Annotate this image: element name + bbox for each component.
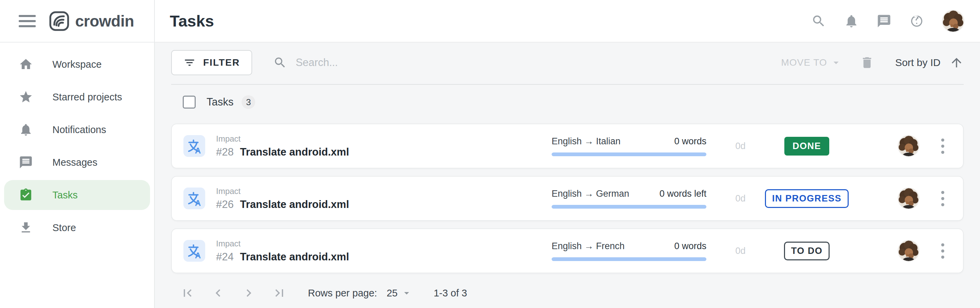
rows-per-page-value: 25 <box>387 287 398 299</box>
status-badge: IN PROGRESS <box>765 189 849 208</box>
sidebar-item-label: Workspace <box>52 59 102 70</box>
task-title-row: #24 Translate android.xml <box>216 251 552 263</box>
main-area: Tasks FILTER <box>155 0 980 308</box>
user-avatar[interactable] <box>942 10 964 32</box>
page-title: Tasks <box>170 11 214 30</box>
sidebar-item-label: Messages <box>52 157 97 168</box>
row-menu-kebab-icon[interactable] <box>936 189 950 208</box>
home-icon <box>19 57 33 72</box>
task-list: Impact #28 Translate android.xml English… <box>171 123 964 273</box>
rows-per-page-select[interactable]: 25 <box>387 287 412 299</box>
app-window: crowdin Workspace Starred projects Notif… <box>0 0 980 308</box>
progress-bar-fill <box>552 152 706 156</box>
assignee-avatar[interactable] <box>898 135 920 157</box>
filter-button[interactable]: FILTER <box>171 50 252 75</box>
row-menu-kebab-icon[interactable] <box>936 136 950 156</box>
sidebar-item-notifications[interactable]: Notifications <box>4 115 150 145</box>
progress-bar <box>552 257 706 261</box>
language-pair: English → French <box>552 241 625 252</box>
search-icon[interactable] <box>811 14 826 29</box>
status-badge: TO DO <box>784 242 830 260</box>
task-title[interactable]: Translate android.xml <box>240 198 349 210</box>
toolbar-right: MOVE TO Sort by ID <box>781 56 964 70</box>
crowdin-logo-icon <box>49 11 70 32</box>
assignee-avatar[interactable] <box>898 188 920 209</box>
status-badge: DONE <box>784 137 829 156</box>
status-column: IN PROGRESS <box>775 189 839 208</box>
move-to-dropdown[interactable]: MOVE TO <box>781 56 842 69</box>
task-progress-column: English → Italian 0 words <box>552 136 706 156</box>
first-page-icon <box>180 286 195 300</box>
task-count-badge: 3 <box>242 95 255 109</box>
arrow-up-icon <box>950 56 964 70</box>
sidebar-item-label: Notifications <box>52 124 106 136</box>
days-left: 0d <box>706 193 775 204</box>
progress-bar <box>552 205 706 209</box>
sidebar-item-workspace[interactable]: Workspace <box>4 49 150 79</box>
task-title-row: #28 Translate android.xml <box>216 146 552 158</box>
progress-bar-fill <box>552 257 706 261</box>
sort-by-id-button[interactable]: Sort by ID <box>895 56 964 70</box>
sidebar-item-label: Starred projects <box>52 91 122 103</box>
pagination: Rows per page: 25 1-3 of 3 <box>171 281 964 305</box>
sidebar-item-starred-projects[interactable]: Starred projects <box>4 82 150 112</box>
first-page-button[interactable] <box>180 286 195 300</box>
previous-page-button[interactable] <box>211 286 226 300</box>
search-input[interactable] <box>296 56 507 69</box>
task-row[interactable]: Impact #26 Translate android.xml English… <box>171 176 964 221</box>
translate-icon <box>183 135 205 157</box>
translate-icon <box>183 240 205 262</box>
bell-icon[interactable] <box>844 14 859 29</box>
toolbar: FILTER MOVE TO Sort by ID <box>171 43 964 85</box>
topbar-actions <box>811 10 964 32</box>
task-title[interactable]: Translate android.xml <box>240 251 349 263</box>
last-page-icon <box>272 286 287 300</box>
select-all-checkbox[interactable] <box>183 96 196 109</box>
filter-button-label: FILTER <box>203 57 240 68</box>
move-to-label: MOVE TO <box>781 57 827 68</box>
search-box <box>273 56 507 69</box>
message-icon <box>19 155 33 169</box>
language-pair: English → German <box>552 188 629 199</box>
list-header-title: Tasks <box>207 96 234 108</box>
translate-icon <box>183 188 205 209</box>
last-page-button[interactable] <box>272 286 287 300</box>
next-page-button[interactable] <box>241 286 256 300</box>
language-pair: English → Italian <box>552 136 620 147</box>
message-icon[interactable] <box>877 14 891 29</box>
sidebar-item-messages[interactable]: Messages <box>4 147 150 177</box>
chevron-down-icon <box>401 287 412 299</box>
task-id: #24 <box>216 251 234 263</box>
status-column: DONE <box>775 137 839 156</box>
content: FILTER MOVE TO Sort by ID <box>155 43 980 308</box>
task-row[interactable]: Impact #24 Translate android.xml English… <box>171 228 964 273</box>
task-progress-column: English → French 0 words <box>552 241 706 261</box>
crowdin-logo-text: crowdin <box>75 12 134 30</box>
words-left: 0 words <box>674 241 706 252</box>
sidebar-item-tasks[interactable]: Tasks <box>4 180 150 210</box>
assignee-avatar[interactable] <box>898 240 920 262</box>
row-menu-kebab-icon[interactable] <box>936 241 950 261</box>
days-left: 0d <box>706 246 775 256</box>
sidebar-header: crowdin <box>0 0 154 43</box>
hamburger-menu-icon[interactable] <box>19 15 36 27</box>
sidebar-item-store[interactable]: Store <box>4 213 150 243</box>
filter-icon <box>183 56 196 69</box>
words-left: 0 words left <box>659 188 706 199</box>
bell-icon <box>19 123 33 137</box>
delete-button[interactable] <box>860 56 874 70</box>
task-title[interactable]: Translate android.xml <box>240 146 349 158</box>
crowdin-logo[interactable]: crowdin <box>49 11 134 32</box>
sidebar: crowdin Workspace Starred projects Notif… <box>0 0 155 308</box>
sort-label: Sort by ID <box>895 57 940 69</box>
task-id: #28 <box>216 146 234 158</box>
rows-per-page-label: Rows per page: <box>308 287 377 299</box>
chevron-left-icon <box>211 286 226 300</box>
pagination-range: 1-3 of 3 <box>434 287 467 299</box>
download-icon <box>19 220 33 235</box>
words-left: 0 words <box>674 136 706 147</box>
progress-bar <box>552 152 706 156</box>
task-row[interactable]: Impact #28 Translate android.xml English… <box>171 123 964 168</box>
task-project: Impact <box>216 239 552 249</box>
help-icon[interactable] <box>909 14 924 29</box>
